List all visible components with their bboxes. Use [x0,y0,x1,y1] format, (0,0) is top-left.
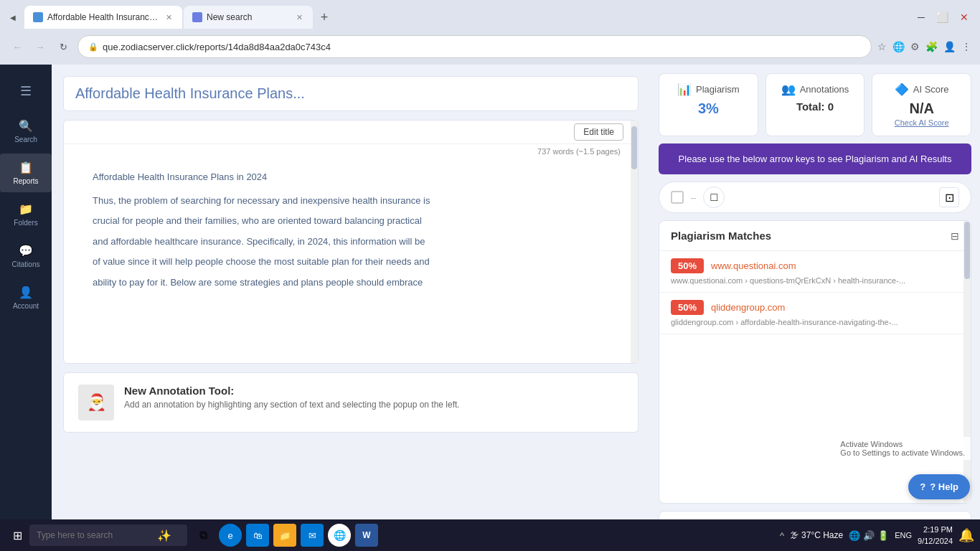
annotations-card: 👥 Annotations Total: 0 [765,73,865,136]
pagination-row: – □ ⊡ [659,182,971,213]
ai-score-icon: 🔷 [895,83,909,96]
doc-paragraph-0: Affordable Health Insurance Plans in 202… [93,167,609,188]
sidebar-item-reports[interactable]: 📋 Reports [0,154,52,192]
tray-network-icon[interactable]: 🌐 [849,530,860,541]
settings-icon[interactable]: ⚙ [910,41,920,52]
sidebar-search-label: Search [14,136,37,143]
minimize-button[interactable]: ─ [918,11,925,23]
folders-icon: 📁 [19,202,33,216]
taskbar-clock: 2:19 PM 9/12/2024 [918,524,953,547]
doc-paragraph-4: of value since it will help people choos… [93,252,609,273]
match-1: 50% www.questionai.com www.questionai.co… [659,251,971,293]
sidebar-item-menu[interactable]: ☰ [0,73,52,109]
reports-icon: 📋 [19,161,33,174]
help-icon: ? [920,481,925,492]
sidebar-item-search[interactable]: 🔍 Search [0,112,52,151]
match-2: 50% qliddengroup.com gliddengroup.com › … [659,293,971,334]
match-1-url[interactable]: www.questionai.com [711,260,796,271]
extensions-icon[interactable]: 🧩 [925,41,938,52]
profile-icon[interactable]: 👤 [943,41,956,52]
plagiarism-score-icon: 📊 [677,83,692,96]
taskbar-files-icon[interactable]: 📁 [273,524,296,547]
back-button[interactable]: ← [9,38,26,55]
tab-2[interactable]: New search ✕ [184,6,313,29]
url-text: que.zodiacserver.click/reports/14da8d84a… [103,42,861,52]
bookmark-icon[interactable]: ☆ [877,41,887,52]
activate-windows-notice: Activate Windows Go to Settings to activ… [834,437,971,460]
new-tab-button[interactable]: + [314,7,334,27]
menu-icon: ☰ [20,83,32,99]
taskbar-edge-icon[interactable]: e [219,524,242,547]
annotation-avatar: 🎅 [78,385,114,420]
sidebar-item-folders[interactable]: 📁 Folders [0,195,52,234]
doc-paragraph-2: crucial for people and their families, w… [93,211,609,232]
weather-display: 🌫 37°C Haze [790,530,843,540]
sidebar-item-citations[interactable]: 💬 Citations [0,237,52,276]
taskbar-word-icon[interactable]: W [355,524,378,547]
taskbar: ⊞ ✨ ⧉ e 🛍 📁 ✉ 🌐 W ^ 🌫 37°C Haze [0,519,980,551]
taskbar-task-view[interactable]: ⧉ [192,524,215,547]
plagiarism-score-value: 3% [669,100,748,117]
taskbar-search-input[interactable] [37,530,151,540]
sidebar-item-account[interactable]: 👤 Account [0,278,52,317]
menu-dots-icon[interactable]: ⋮ [961,41,971,52]
sidebar-reports-label: Reports [13,177,38,185]
close-button[interactable]: ✕ [960,11,969,23]
document-area: Edit title 737 words (~1.5 pages) Afford… [63,120,639,364]
plagiarism-card: 📊 Plagiarism 3% [659,73,758,136]
forward-button[interactable]: → [32,38,49,55]
page-separator: – [691,192,696,203]
page-checkbox-left[interactable] [671,191,684,204]
annotation-tool-description: Add an annotation by highlighting any se… [124,400,460,410]
tab-1-close[interactable]: ✕ [164,11,174,24]
annotations-score-icon: 👥 [781,83,796,96]
match-2-percentage: 50% [671,300,704,315]
notification-center-icon[interactable]: 🔔 [958,527,974,543]
arrow-keys-message[interactable]: Please use the below arrow keys to see P… [659,143,971,174]
taskbar-search-bar[interactable]: ✨ [29,524,187,546]
main-content: Affordable Health Insurance Plans... Edi… [52,65,650,551]
taskbar-store-icon[interactable]: 🛍 [246,524,269,547]
tab-1-title: Affordable Health Insurance Pla... [47,12,160,22]
help-button[interactable]: ? ? Help [908,474,970,499]
tray-battery-icon[interactable]: 🔋 [877,530,889,541]
edit-title-button[interactable]: Edit title [574,123,623,141]
doc-paragraph-1: Thus, the problem of searching for neces… [93,191,609,212]
plagiarism-matches-panel: Plagiarism Matches ⊟ 50% www.questionai.… [659,220,971,504]
page-expand-btn[interactable]: ⊡ [939,187,959,207]
search-icon: 🔍 [19,119,33,133]
tab-1[interactable]: Affordable Health Insurance Pla... ✕ [24,6,182,29]
ai-score-card: 🔷 AI Score N/A Check AI Score [872,73,971,136]
tab-2-title: New search [207,12,291,22]
globe-icon[interactable]: 🌐 [892,41,905,52]
doc-paragraph-5: ability to pay for it. Below are some st… [93,273,609,293]
tab-2-icon [192,12,202,22]
match-2-url[interactable]: qliddengroup.com [711,302,785,313]
sidebar-citations-label: Citations [12,260,40,268]
match-2-path: gliddengroup.com › affordable-health-ins… [671,318,959,326]
taskbar-tray: ^ 🌫 37°C Haze 🌐 🔊 🔋 ENG 2:19 PM 9/12/202… [780,524,974,547]
annotation-tool-card: 🎅 New Annotation Tool: Add an annotation… [63,372,639,433]
tab-1-icon [33,12,43,22]
tray-volume-icon[interactable]: 🔊 [863,530,875,541]
taskbar-language[interactable]: ENG [895,531,912,540]
tab-2-close[interactable]: ✕ [295,11,304,24]
start-button[interactable]: ⊞ [6,524,29,547]
refresh-button[interactable]: ↻ [55,38,72,55]
sidebar: ☰ 🔍 Search 📋 Reports 📁 Folders 💬 Citatio… [0,65,52,551]
account-icon: 👤 [19,286,33,299]
match-1-percentage: 50% [671,258,704,273]
word-count: 737 words (~1.5 pages) [537,147,621,156]
page-nav-next[interactable]: □ [703,187,725,208]
panel-expand-icon[interactable]: ⊟ [951,230,959,242]
check-ai-score-link[interactable]: Check AI Score [882,118,961,127]
ai-score-title: AI Score [913,84,949,95]
taskbar-mail-icon[interactable]: ✉ [301,524,324,547]
annotation-tool-title: New Annotation Tool: [124,385,460,397]
maximize-button[interactable]: ⬜ [936,11,948,23]
sidebar-folders-label: Folders [14,219,37,227]
taskbar-chrome-icon[interactable]: 🌐 [328,524,351,547]
tray-overflow[interactable]: ^ [780,530,784,541]
tab-back[interactable]: ◀ [6,10,20,24]
sidebar-account-label: Account [13,302,39,310]
